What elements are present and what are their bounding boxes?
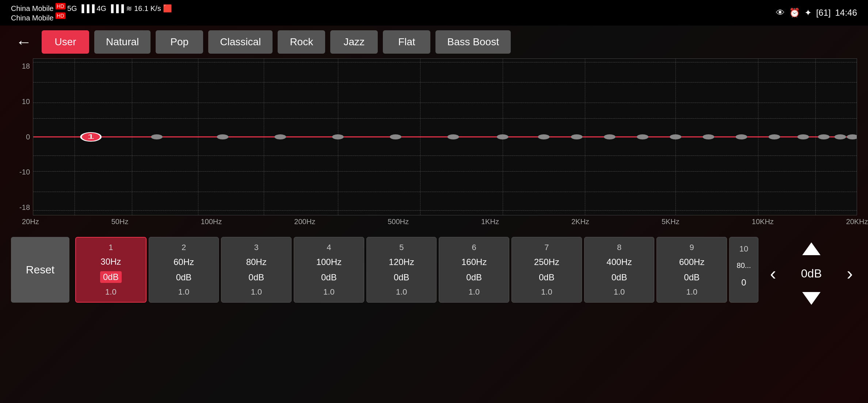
carrier1-label: China Mobile HD 5G ▐▐▐ 4G ▐▐▐ ≋ 16.1 K/s…	[11, 3, 172, 13]
band-10[interactable]: 10 80... 0	[729, 237, 758, 303]
band-1-freq: 30Hz	[100, 257, 121, 267]
y-label-n18: -18	[19, 203, 30, 212]
band-10-num: 10	[739, 244, 748, 254]
svg-text:1: 1	[87, 134, 95, 140]
bands-container: 1 30Hz 0dB 1.0 2 60Hz 0dB 1.0 3 80Hz 0dB…	[75, 237, 758, 310]
x-label-50hz: 50Hz	[111, 218, 129, 226]
svg-point-8	[448, 134, 459, 139]
back-arrow-icon: ←	[16, 33, 32, 51]
svg-marker-22	[802, 242, 821, 255]
svg-point-12	[604, 134, 616, 139]
x-label-10khz: 10KHz	[752, 218, 774, 226]
db-down-button[interactable]	[799, 287, 824, 309]
carrier2-label: China Mobile HD	[11, 13, 172, 22]
preset-pop[interactable]: Pop	[156, 30, 203, 54]
x-label-200hz: 200Hz	[294, 218, 315, 226]
band-1-db: 0dB	[100, 271, 122, 283]
band-10-db: 0	[741, 277, 746, 288]
svg-point-3	[151, 134, 163, 139]
band-8-freq: 400Hz	[606, 257, 632, 267]
y-axis: 18 10 0 -10 -18	[11, 58, 33, 215]
band-9-freq: 600Hz	[679, 257, 704, 267]
band-9-num: 9	[690, 243, 694, 252]
svg-point-20	[834, 134, 846, 139]
band-3-q: 1.0	[251, 287, 262, 297]
svg-point-15	[703, 134, 715, 139]
svg-point-4	[217, 134, 229, 139]
svg-point-9	[497, 134, 509, 139]
band-5[interactable]: 5 120Hz 0dB 1.0	[366, 237, 437, 303]
eq-chart[interactable]: 1	[33, 58, 857, 215]
y-label-0: 0	[26, 133, 30, 141]
x-label-100hz: 100Hz	[201, 218, 222, 226]
band-9-q: 1.0	[686, 287, 697, 297]
svg-point-7	[390, 134, 401, 139]
x-label-500hz: 500Hz	[388, 218, 409, 226]
band-4-q: 1.0	[323, 287, 335, 297]
reset-button[interactable]: Reset	[11, 237, 69, 303]
band-1-num: 1	[108, 243, 113, 252]
band-7[interactable]: 7 250Hz 0dB 1.0	[511, 237, 582, 303]
svg-point-18	[797, 134, 809, 139]
x-label-20hz: 20Hz	[22, 218, 39, 226]
x-axis: 20Hz 50Hz 100Hz 200Hz 500Hz 1KHz 2KHz 5K…	[0, 215, 868, 226]
band-8-num: 8	[617, 243, 621, 252]
band-6[interactable]: 6 160Hz 0dB 1.0	[439, 237, 509, 303]
status-bar: China Mobile HD 5G ▐▐▐ 4G ▐▐▐ ≋ 16.1 K/s…	[0, 0, 868, 26]
band-4-num: 4	[327, 243, 331, 252]
band-8-db: 0dB	[612, 272, 627, 283]
x-label-2khz: 2KHz	[571, 218, 589, 226]
band-next-button[interactable]: ›	[837, 262, 863, 284]
band-prev-button[interactable]: ‹	[760, 262, 786, 284]
nav-arrows: ‹ 0dB ›	[760, 238, 863, 309]
preset-jazz[interactable]: Jazz	[330, 30, 378, 54]
band-8-q: 1.0	[614, 287, 625, 297]
svg-marker-23	[802, 292, 821, 305]
band-9[interactable]: 9 600Hz 0dB 1.0	[656, 237, 727, 303]
eq-chart-container: 18 10 0 -10 -18	[11, 58, 857, 215]
x-label-20khz: 20KHz	[846, 218, 868, 226]
band-6-freq: 160Hz	[461, 257, 487, 267]
band-4[interactable]: 4 100Hz 0dB 1.0	[294, 237, 364, 303]
carrier-info: China Mobile HD 5G ▐▐▐ 4G ▐▐▐ ≋ 16.1 K/s…	[11, 3, 172, 22]
band-1[interactable]: 1 30Hz 0dB 1.0	[75, 237, 146, 303]
preset-rock[interactable]: Rock	[278, 30, 325, 54]
band-3[interactable]: 3 80Hz 0dB 1.0	[221, 237, 292, 303]
eq-curve-svg: 1	[33, 59, 857, 215]
db-control-row: ‹ 0dB ›	[760, 262, 863, 284]
band-controls: Reset 1 30Hz 0dB 1.0 2 60Hz 0dB 1.0 3 80…	[0, 233, 868, 314]
battery-label: [61]	[816, 8, 831, 18]
back-button[interactable]: ←	[11, 31, 37, 53]
band-3-num: 3	[254, 243, 259, 252]
band-2[interactable]: 2 60Hz 0dB 1.0	[149, 237, 219, 303]
alarm-icon: ⏰	[789, 8, 800, 18]
band-5-db: 0dB	[394, 272, 410, 283]
band-3-freq: 80Hz	[246, 257, 267, 267]
band-8[interactable]: 8 400Hz 0dB 1.0	[584, 237, 655, 303]
svg-point-19	[818, 134, 830, 139]
status-right: 👁 ⏰ ✦ [61] 14:46	[776, 8, 857, 18]
band-2-freq: 60Hz	[174, 257, 194, 267]
band-6-num: 6	[472, 243, 476, 252]
svg-point-11	[571, 134, 583, 139]
svg-point-10	[538, 134, 550, 139]
preset-bar: ← User Natural Pop Classical Rock Jazz F…	[0, 26, 868, 58]
y-label-n10: -10	[19, 168, 30, 176]
x-label-1khz: 1KHz	[481, 218, 499, 226]
band-1-q: 1.0	[105, 287, 117, 297]
band-6-db: 0dB	[466, 272, 482, 283]
preset-natural[interactable]: Natural	[94, 30, 151, 54]
preset-user[interactable]: User	[42, 30, 89, 54]
band-2-db: 0dB	[176, 272, 192, 283]
band-7-db: 0dB	[539, 272, 555, 283]
preset-classical[interactable]: Classical	[208, 30, 273, 54]
band-4-freq: 100Hz	[316, 257, 342, 267]
band-9-db: 0dB	[684, 272, 700, 283]
preset-flat[interactable]: Flat	[383, 30, 430, 54]
band-2-q: 1.0	[178, 287, 190, 297]
band-2-num: 2	[182, 243, 186, 252]
db-up-button[interactable]	[799, 238, 824, 260]
time-label: 14:46	[835, 8, 857, 18]
preset-bassboost[interactable]: Bass Boost	[435, 30, 511, 54]
x-label-5khz: 5KHz	[662, 218, 679, 226]
